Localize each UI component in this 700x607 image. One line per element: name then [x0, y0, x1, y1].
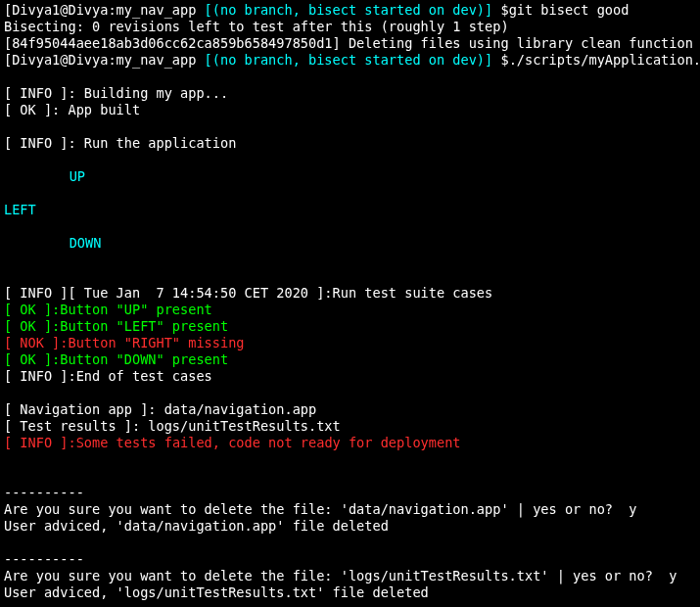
info-line: [ INFO ]: Building my app...	[4, 85, 228, 101]
output-line: Bisecting: 0 revisions left to test afte…	[4, 19, 509, 34]
prompt-question: Are you sure you want to delete the file…	[4, 568, 677, 584]
prompt-dollar: $	[492, 52, 508, 68]
status-tag: [ NOK ]	[4, 335, 60, 350]
output-line: User adviced, 'data/navigation.app' file…	[4, 518, 389, 534]
status-tag: [ OK ]	[4, 351, 52, 367]
divider: ----------	[4, 485, 84, 500]
terminal-output[interactable]: [Divya1@Divya:my_nav_app [(no branch, bi…	[0, 0, 700, 603]
divider: ----------	[4, 551, 84, 567]
status-tag: [ INFO ]	[4, 435, 68, 450]
prompt-cwd: my_nav_app	[117, 2, 205, 18]
info-line: [ INFO ]:End of test cases	[4, 368, 212, 384]
command-entered: ./scripts/myApplication.sh	[509, 52, 700, 68]
prompt-question: Are you sure you want to delete the file…	[4, 501, 637, 517]
nav-down: DOWN	[70, 235, 102, 252]
output-line: [ Navigation app ]: data/navigation.app	[4, 401, 316, 417]
prompt-cwd: my_nav_app	[117, 52, 205, 68]
info-line: [ INFO ]: Run the application	[4, 135, 236, 151]
status-msg: :Button "UP" present	[52, 302, 212, 317]
prompt-branch: [(no branch, bisect started on dev)]	[205, 52, 493, 68]
status-tag: [ OK ]	[4, 302, 52, 317]
status-tag: [ OK ]	[4, 318, 52, 334]
prompt-user-host: [Divya1@Divya:	[4, 52, 117, 68]
output-line: [84f95044aee18ab3d06cc62ca859b658497850d…	[4, 35, 693, 51]
status-msg: :Button "RIGHT" missing	[60, 335, 244, 350]
status-msg: :Some tests failed, code not ready for d…	[68, 435, 460, 450]
prompt-dollar: $	[492, 2, 508, 18]
nav-left: LEFT	[4, 202, 36, 217]
status-msg: :Button "LEFT" present	[52, 318, 228, 334]
prompt-user-host: [Divya1@Divya:	[4, 2, 117, 18]
prompt-branch: [(no branch, bisect started on dev)]	[205, 2, 493, 18]
ok-line: [ OK ]: App built	[4, 102, 140, 117]
command-entered: git bisect good	[509, 2, 630, 18]
output-line: [ Test results ]: logs/unitTestResults.t…	[4, 418, 341, 434]
nav-up: UP	[70, 168, 85, 185]
info-line: [ INFO ][ Tue Jan 7 14:54:50 CET 2020 ]:…	[4, 285, 492, 301]
output-line: User adviced, 'logs/unitTestResults.txt'…	[4, 584, 429, 600]
status-msg: :Button "DOWN" present	[52, 351, 228, 367]
